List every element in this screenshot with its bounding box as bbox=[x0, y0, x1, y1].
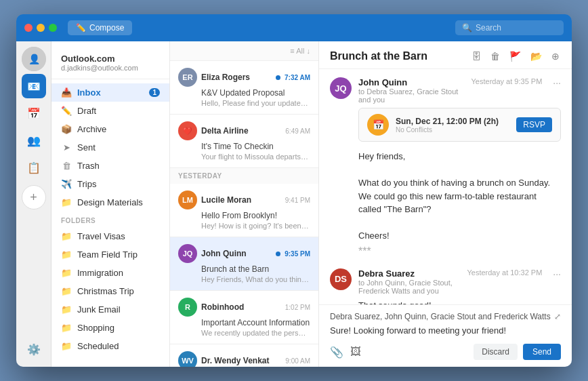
account-info: Outlook.com d.jadkins@outlook.com bbox=[51, 48, 169, 79]
nav-folder-0: Travel Visas bbox=[77, 231, 125, 241]
email-item-robinhood[interactable]: R Robinhood 1:02 PM Important Account In… bbox=[170, 291, 318, 344]
sidebar-icon-calendar[interactable]: 📅 bbox=[22, 101, 46, 125]
delete-action-btn[interactable]: 🗑 bbox=[489, 49, 501, 63]
nav-item-trips[interactable]: ✈️ Trips bbox=[51, 175, 169, 193]
more-action-btn[interactable]: ⊕ bbox=[550, 49, 561, 63]
nav-item-travel-visas[interactable]: 📁 Travel Visas bbox=[51, 227, 169, 245]
sidebar-icons: 👤 📧 📅 👥 📋 + ⚙️ bbox=[16, 41, 51, 367]
sidebar-icon-contacts[interactable]: 👥 bbox=[22, 128, 46, 153]
msg-body-debra: That sounds good! I'm also inviting my g… bbox=[358, 299, 561, 305]
msg-meta-debra: Debra Suarez to John Quinn, Gracie Stout… bbox=[358, 268, 460, 295]
nav-item-scheduled[interactable]: 📁 Scheduled bbox=[51, 337, 169, 355]
email-preview-lucile: Hey! How is it going? It's been long... bbox=[201, 222, 310, 230]
sidebar-icon-settings[interactable]: ⚙️ bbox=[22, 337, 46, 361]
msg-more-john[interactable]: ··· bbox=[553, 77, 561, 88]
calendar-event-block: 📅 Sun, Dec 21, 12:00 PM (2h) No Conflict… bbox=[358, 108, 561, 142]
sidebar-icon-mail[interactable]: 📧 bbox=[22, 74, 46, 98]
compose-recipients: Debra Suarez, John Quinn, Gracie Stout a… bbox=[330, 312, 551, 321]
cal-date: Sun, Dec 21, 12:00 PM (2h) bbox=[396, 117, 516, 126]
email-sender-john: John Quinn bbox=[201, 249, 272, 258]
msg-dots-john: *** bbox=[358, 245, 561, 258]
msg-to-debra: to John Quinn, Gracie Stout, Frederick W… bbox=[358, 279, 460, 295]
rsvp-button[interactable]: RSVP bbox=[516, 117, 552, 132]
message-block-2: DS Debra Suarez to John Quinn, Gracie St… bbox=[330, 268, 561, 305]
archive-action-btn[interactable]: 🗄 bbox=[470, 49, 482, 63]
nav-folder-6: Scheduled bbox=[77, 341, 119, 351]
email-sender-robinhood: Robinhood bbox=[201, 302, 281, 312]
nav-item-design-materials[interactable]: 📁 Design Materials bbox=[51, 193, 169, 212]
nav-item-inbox[interactable]: 📥 Inbox 1 bbox=[51, 83, 169, 102]
email-avatar-john: JQ bbox=[178, 244, 197, 263]
account-avatar[interactable]: 👤 bbox=[22, 47, 46, 71]
nav-folder-1: Team Field Trip bbox=[77, 249, 138, 260]
email-time-delta: 6:49 AM bbox=[285, 127, 310, 135]
email-item-eliza[interactable]: ER Eliza Rogers 7:32 AM K&V Updated Prop… bbox=[170, 61, 318, 115]
msg-sender-john: John Quinn bbox=[358, 77, 465, 87]
msg-more-debra[interactable]: ··· bbox=[553, 268, 561, 279]
email-item-delta[interactable]: ❤️ Delta Airline 6:49 AM It's Time To Ch… bbox=[170, 115, 318, 168]
detail-actions: 🗄 🗑 🚩 📂 ⊕ bbox=[470, 49, 561, 63]
expand-icon[interactable]: ⤢ bbox=[554, 312, 561, 321]
nav-item-sent[interactable]: ➤ Sent bbox=[51, 138, 169, 157]
unread-dot-eliza bbox=[276, 75, 280, 80]
nav-item-draft[interactable]: ✏️ Draft bbox=[51, 102, 169, 120]
app-window: ✏️ Compose 🔍 👤 📧 📅 👥 📋 + ⚙️ Outlook bbox=[16, 14, 572, 367]
sidebar-icon-tasks[interactable]: 📋 bbox=[22, 155, 46, 180]
search-box[interactable]: 🔍 bbox=[455, 20, 564, 35]
search-input[interactable] bbox=[476, 23, 557, 33]
minimize-button[interactable] bbox=[37, 24, 45, 32]
discard-button[interactable]: Discard bbox=[474, 344, 518, 360]
nav-item-archive[interactable]: 📦 Archive bbox=[51, 120, 169, 138]
move-action-btn[interactable]: 📂 bbox=[529, 49, 543, 63]
folder-icon: 📁 bbox=[61, 231, 72, 241]
message-block-1: JQ John Quinn to Debra Suarez, Gracie St… bbox=[330, 77, 561, 258]
nav-item-junk[interactable]: 📁 Junk Email bbox=[51, 300, 169, 319]
email-sender-lucile: Lucile Moran bbox=[201, 195, 281, 205]
list-header-text: ≡ All ↓ bbox=[290, 47, 310, 55]
maximize-button[interactable] bbox=[49, 24, 57, 32]
unread-dot-john bbox=[276, 252, 280, 256]
nav-item-shopping[interactable]: 📁 Shopping bbox=[51, 319, 169, 337]
nav-item-immigration[interactable]: 📁 Immigration bbox=[51, 264, 169, 282]
design-icon: 📁 bbox=[61, 197, 72, 207]
nav-item-team-field-trip[interactable]: 📁 Team Field Trip bbox=[51, 245, 169, 264]
trips-icon: ✈️ bbox=[61, 179, 72, 189]
draft-icon: ✏️ bbox=[61, 106, 72, 116]
compose-label: Compose bbox=[89, 23, 124, 33]
nav-label-sent: Sent bbox=[77, 142, 96, 153]
message-header-2: DS Debra Suarez to John Quinn, Gracie St… bbox=[330, 268, 561, 295]
nav-item-christmas-trip[interactable]: 📁 Christmas Trip bbox=[51, 282, 169, 300]
compose-button[interactable]: ✏️ Compose bbox=[68, 20, 132, 35]
sidebar-bottom: ⚙️ bbox=[22, 337, 46, 361]
folder-icon-3: 📁 bbox=[61, 286, 72, 296]
email-preview-john: Hey Friends, What do you think of g... bbox=[201, 275, 310, 283]
titlebar: ✏️ Compose 🔍 bbox=[16, 14, 572, 41]
nav-folder-2: Immigration bbox=[77, 268, 123, 278]
compose-icon: ✏️ bbox=[76, 23, 86, 33]
detail-header: Brunch at the Barn 🗄 🗑 🚩 📂 ⊕ bbox=[319, 41, 572, 69]
flag-action-btn[interactable]: 🚩 bbox=[508, 49, 522, 63]
nav-label-design: Design Materials bbox=[77, 197, 143, 207]
sidebar-icon-add[interactable]: + bbox=[22, 185, 46, 209]
attach-icon[interactable]: 📎 bbox=[330, 346, 343, 359]
nav-item-trash[interactable]: 🗑 Trash bbox=[51, 157, 169, 175]
email-time-wendy: 9:00 AM bbox=[285, 357, 310, 365]
inbox-icon: 📥 bbox=[61, 87, 72, 98]
compose-toolbar: 📎 🖼 Discard Send bbox=[330, 344, 561, 360]
email-item-lucile[interactable]: LM Lucile Moran 9:41 PM Hello From Brook… bbox=[170, 184, 318, 237]
email-item-wendy[interactable]: WV Dr. Wendy Venkat 9:00 AM Appointment … bbox=[170, 344, 318, 367]
image-icon[interactable]: 🖼 bbox=[350, 346, 361, 358]
account-name: Outlook.com bbox=[61, 54, 160, 64]
msg-sender-debra: Debra Suarez bbox=[358, 268, 460, 279]
email-sender-eliza: Eliza Rogers bbox=[201, 73, 272, 82]
msg-body-john: Hey friends, What do you think of having… bbox=[358, 150, 561, 243]
cal-status: No Conflicts bbox=[396, 126, 516, 134]
email-list-header: ≡ All ↓ bbox=[170, 41, 318, 61]
compose-input[interactable]: Sure! Looking forward to meeting your fr… bbox=[330, 325, 561, 336]
email-subject-lucile: Hello From Brooklyn! bbox=[201, 211, 310, 220]
sent-icon: ➤ bbox=[61, 142, 72, 153]
email-item-john[interactable]: JQ John Quinn 9:35 PM Brunch at the Barn… bbox=[170, 237, 318, 291]
email-preview-delta: Your flight to Missoula departs tom... bbox=[201, 153, 310, 161]
send-button[interactable]: Send bbox=[523, 344, 561, 360]
close-button[interactable] bbox=[24, 24, 33, 32]
